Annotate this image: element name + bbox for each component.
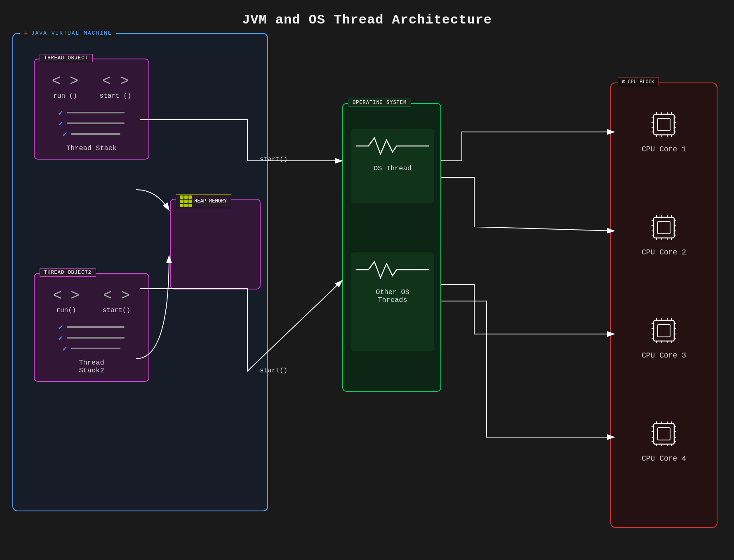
svg-rect-55 (658, 428, 670, 440)
svg-rect-18 (654, 217, 674, 238)
os-thread-2: Other OSThreads (351, 252, 434, 351)
thread-object-1-label: THREAD OBJECT (40, 54, 93, 62)
check-icon-6: ✔ (63, 344, 67, 353)
cpu-chip-icon-1 (647, 108, 680, 141)
start-label-1: start() (260, 156, 287, 163)
start-brackets-2: < > (103, 289, 130, 304)
run-label-2: run() (56, 307, 76, 314)
os-label: OPERATING SYSTEM (348, 99, 411, 107)
thread-object-2-label: THREAD OBJECT2 (40, 268, 96, 277)
svg-rect-37 (658, 325, 670, 337)
stack-item-4: ✔ (59, 322, 125, 332)
cpu-core-2: CPU Core 2 (642, 211, 686, 256)
thread-object-2: THREAD OBJECT2 < > run() < > start() ✔ ✔… (34, 273, 149, 382)
svg-rect-54 (654, 424, 674, 444)
svg-rect-19 (658, 221, 670, 234)
thread2-stack: ✔ ✔ ✔ ThreadStack2 (41, 322, 142, 374)
os-thread-1-wave (356, 134, 429, 158)
heap-memory-label: HEAP MEMORY (176, 194, 231, 208)
os-thread-2-label: Other OSThreads (356, 288, 429, 304)
check-icon-1: ✔ (59, 108, 63, 117)
cpu-core-1-label: CPU Core 1 (642, 145, 686, 153)
jvm-container: ☕ JAVA VIRTUAL MACHINE THREAD OBJECT < >… (12, 33, 268, 511)
cpu-block-label: ⊡ CPU BLOCK (618, 78, 659, 86)
stack-line-3 (71, 133, 120, 135)
run-brackets-1: < > (52, 74, 79, 89)
thread1-start-method: < > start () (100, 74, 132, 100)
heap-grid-icon (180, 195, 192, 207)
cpu-core-1: CPU Core 1 (642, 108, 686, 153)
stack-item-1: ✔ (59, 108, 125, 117)
svg-rect-36 (654, 320, 674, 341)
thread2-stack-label: ThreadStack2 (79, 359, 104, 374)
check-icon-4: ✔ (59, 322, 63, 332)
cpu-core-2-label: CPU Core 2 (642, 248, 686, 256)
thread2-run-method: < > run() (53, 289, 80, 314)
cpu-core-3: CPU Core 3 (642, 314, 686, 360)
thread-object-1: THREAD OBJECT < > run () < > start () ✔ … (34, 59, 149, 160)
thread2-start-method: < > start() (103, 289, 130, 314)
cpu-icon: ⊡ (622, 79, 625, 85)
cpu-core-4-label: CPU Core 4 (642, 454, 686, 463)
run-label-1: run () (53, 92, 77, 100)
heap-memory-box: HEAP MEMORY (170, 199, 261, 289)
cpu-chip-icon-4 (647, 417, 680, 450)
check-icon-3: ✔ (63, 129, 67, 139)
cpu-chip-icon-3 (647, 314, 680, 347)
stack-item-2: ✔ (59, 119, 125, 128)
stack-item-6: ✔ (63, 344, 121, 353)
svg-rect-1 (658, 118, 670, 131)
thread1-stack-label: Thread Stack (66, 144, 117, 152)
stack-line-1 (67, 112, 125, 113)
jvm-label: ☕ JAVA VIRTUAL MACHINE (20, 28, 116, 38)
check-icon-2: ✔ (59, 119, 63, 128)
stack-line-2 (67, 122, 125, 124)
run-brackets-2: < > (53, 289, 80, 304)
svg-rect-0 (654, 114, 674, 135)
os-thread-1: OS Thread (351, 129, 434, 203)
start-label-1: start () (100, 92, 132, 100)
stack-line-4 (67, 326, 125, 328)
cpu-block: ⊡ CPU BLOCK CPU Core 1 (610, 82, 718, 528)
thread1-methods: < > run () < > start () (41, 74, 142, 100)
stack-line-5 (67, 337, 125, 339)
thread1-stack: ✔ ✔ ✔ Thread Stack (41, 108, 142, 152)
os-thread-1-label: OS Thread (356, 165, 429, 172)
java-icon: ☕ (24, 29, 29, 37)
start-label-2: start() (103, 307, 130, 314)
stack-item-3: ✔ (63, 129, 121, 139)
stack-item-5: ✔ (59, 333, 125, 342)
cpu-core-3-label: CPU Core 3 (642, 351, 686, 360)
page-title: JVM and OS Thread Architecture (0, 0, 734, 28)
start-label-2: start() (260, 367, 287, 374)
thread1-run-method: < > run () (52, 74, 79, 100)
cpu-chip-icon-2 (647, 211, 680, 244)
check-icon-5: ✔ (59, 333, 63, 342)
start-brackets-1: < > (102, 74, 129, 89)
stack-line-6 (71, 348, 120, 349)
thread2-methods: < > run() < > start() (41, 289, 142, 314)
cpu-core-4: CPU Core 4 (642, 417, 686, 463)
os-container: OPERATING SYSTEM OS Thread Other OSThrea… (342, 103, 441, 392)
os-thread-2-wave (356, 257, 429, 282)
